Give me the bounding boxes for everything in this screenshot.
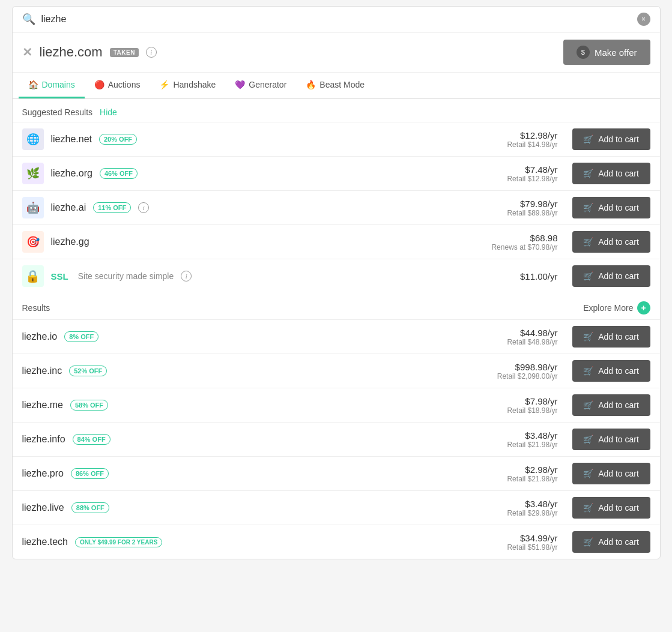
suggested-results-title: Suggested Results <box>22 107 93 117</box>
result-row-pro: liezhe.pro 86% OFF $2.98/yr Retail $21.9… <box>13 456 660 490</box>
discount-badge-io: 8% OFF <box>64 331 98 342</box>
ssl-label: SSL <box>51 271 68 281</box>
price-retail-live: Retail $29.98/yr <box>507 509 557 517</box>
domain-name-pro: liezhe.pro <box>22 468 64 479</box>
tab-handshake-label: Handshake <box>173 80 216 89</box>
tab-generator-icon: 💜 <box>235 80 245 89</box>
discount-badge-ai: 11% OFF <box>93 202 131 213</box>
domain-name-me: liezhe.me <box>22 400 63 411</box>
hide-link[interactable]: Hide <box>100 107 117 117</box>
special-badge-tech: ONLY $49.99 FOR 2 YEARS <box>75 537 162 547</box>
price-main-live: $3.48/yr <box>507 499 557 509</box>
result-row-io: liezhe.io 8% OFF $44.98/yr Retail $48.98… <box>13 319 660 354</box>
cart-icon-gg: 🛒 <box>583 237 593 247</box>
discount-badge-net: 20% OFF <box>99 134 137 145</box>
tab-auctions-icon: 🔴 <box>94 80 104 89</box>
price-block-ssl: $11.00/yr <box>520 271 558 281</box>
cart-icon-io: 🛒 <box>583 332 593 342</box>
add-to-cart-button-pro[interactable]: 🛒 Add to cart <box>572 463 650 484</box>
tab-auctions[interactable]: 🔴 Auctions <box>85 73 150 98</box>
results-title: Results <box>22 303 584 313</box>
domain-logo-ssl: 🔒 <box>22 265 44 287</box>
tab-domains-icon: 🏠 <box>28 80 38 89</box>
add-to-cart-button-info[interactable]: 🛒 Add to cart <box>572 429 650 450</box>
add-to-cart-button-inc[interactable]: 🛒 Add to cart <box>572 360 650 382</box>
add-to-cart-button-me[interactable]: 🛒 Add to cart <box>572 394 650 416</box>
tab-handshake[interactable]: ⚡ Handshake <box>150 73 225 98</box>
make-offer-button[interactable]: $ Make offer <box>563 40 650 65</box>
domain-logo-net: 🌐 <box>22 128 44 150</box>
price-main-me: $7.98/yr <box>507 396 557 406</box>
tab-domains[interactable]: 🏠 Domains <box>19 73 85 98</box>
discount-badge-live: 88% OFF <box>71 502 109 513</box>
domain-name-live: liezhe.live <box>22 502 64 513</box>
domain-name-info: liezhe.info <box>22 434 65 445</box>
price-retail-me: Retail $18.98/yr <box>507 406 557 415</box>
taken-info-icon[interactable]: i <box>146 47 157 58</box>
price-main-org: $7.48/yr <box>507 164 557 175</box>
add-to-cart-button-gg[interactable]: 🛒 Add to cart <box>572 231 650 253</box>
price-block-org: $7.48/yr Retail $12.98/yr <box>507 164 557 183</box>
search-icon: 🔍 <box>22 13 35 26</box>
tab-beast-mode-icon: 🔥 <box>306 80 316 89</box>
domain-name-ai: liezhe.ai <box>51 202 86 213</box>
price-retail-org: Retail $12.98/yr <box>507 175 557 183</box>
taken-badge: TAKEN <box>110 48 139 57</box>
price-retail-io: Retail $48.98/yr <box>507 338 557 346</box>
domain-name-org: liezhe.org <box>51 168 92 179</box>
tab-handshake-icon: ⚡ <box>159 80 169 89</box>
price-retail-net: Retail $14.98/yr <box>507 140 557 149</box>
price-block-gg: $68.98 Renews at $70.98/yr <box>491 233 557 251</box>
ssl-description: Site security made simple <box>78 271 174 281</box>
result-row-tech: liezhe.tech ONLY $49.99 FOR 2 YEARS $34.… <box>13 525 660 559</box>
suggested-row-org: 🌿 liezhe.org 46% OFF $7.48/yr Retail $12… <box>13 156 660 190</box>
result-row-info: liezhe.info 84% OFF $3.48/yr Retail $21.… <box>13 422 660 456</box>
tab-beast-mode[interactable]: 🔥 Beast Mode <box>296 73 374 98</box>
price-block-tech: $34.99/yr Retail $51.98/yr <box>507 533 557 552</box>
add-to-cart-button-tech[interactable]: 🛒 Add to cart <box>572 531 650 553</box>
ssl-info-icon[interactable]: i <box>181 271 192 281</box>
domain-name-net: liezhe.net <box>51 134 92 145</box>
price-retail-inc: Retail $2,098.00/yr <box>497 372 558 381</box>
domain-logo-org: 🌿 <box>22 163 44 184</box>
price-main-tech: $34.99/yr <box>507 533 557 543</box>
suggested-row-ai: 🤖 liezhe.ai 11% OFF i $79.98/yr Retail $… <box>13 190 660 224</box>
result-row-live: liezhe.live 88% OFF $3.48/yr Retail $29.… <box>13 490 660 525</box>
taken-x-icon: ✕ <box>22 45 32 59</box>
tab-generator[interactable]: 💜 Generator <box>225 73 296 98</box>
add-to-cart-button-ai[interactable]: 🛒 Add to cart <box>572 197 650 218</box>
add-to-cart-button-org[interactable]: 🛒 Add to cart <box>572 163 650 184</box>
search-input[interactable] <box>41 14 631 25</box>
suggested-row-gg: 🎯 liezhe.gg $68.98 Renews at $70.98/yr 🛒… <box>13 224 660 259</box>
price-main-ssl: $11.00/yr <box>520 271 558 281</box>
price-main-inc: $998.98/yr <box>497 362 558 372</box>
add-to-cart-button-live[interactable]: 🛒 Add to cart <box>572 497 650 519</box>
add-to-cart-button-net[interactable]: 🛒 Add to cart <box>572 128 650 150</box>
cart-icon-org: 🛒 <box>583 169 593 178</box>
price-main-net: $12.98/yr <box>507 130 557 140</box>
add-to-cart-button-ssl[interactable]: 🛒 Add to cart <box>572 265 650 287</box>
discount-badge-info: 84% OFF <box>73 434 110 445</box>
ai-info-icon[interactable]: i <box>138 202 149 213</box>
result-row-inc: liezhe.inc 52% OFF $998.98/yr Retail $2,… <box>13 354 660 388</box>
discount-badge-pro: 86% OFF <box>71 468 109 479</box>
suggested-results-header: Suggested Results Hide <box>13 99 660 122</box>
tab-beast-mode-label: Beast Mode <box>319 80 365 89</box>
price-block-io: $44.98/yr Retail $48.98/yr <box>507 328 557 346</box>
search-clear-button[interactable]: × <box>637 13 650 26</box>
result-row-me: liezhe.me 58% OFF $7.98/yr Retail $18.98… <box>13 388 660 422</box>
explore-more-button[interactable]: Explore More + <box>583 301 650 314</box>
domain-name-inc: liezhe.inc <box>22 366 62 376</box>
price-retail-gg: Renews at $70.98/yr <box>491 243 557 251</box>
suggested-row-net: 🌐 liezhe.net 20% OFF $12.98/yr Retail $1… <box>13 122 660 156</box>
make-offer-label: Make offer <box>595 47 637 58</box>
cart-icon-tech: 🛒 <box>583 537 593 547</box>
price-main-info: $3.48/yr <box>507 430 557 441</box>
add-to-cart-button-io[interactable]: 🛒 Add to cart <box>572 326 650 348</box>
cart-icon-inc: 🛒 <box>583 366 593 376</box>
price-main-ai: $79.98/yr <box>507 199 557 209</box>
tab-domains-label: Domains <box>42 80 75 89</box>
tab-generator-label: Generator <box>249 80 286 89</box>
cart-icon-me: 🛒 <box>583 400 593 410</box>
price-block-ai: $79.98/yr Retail $89.98/yr <box>507 199 557 217</box>
